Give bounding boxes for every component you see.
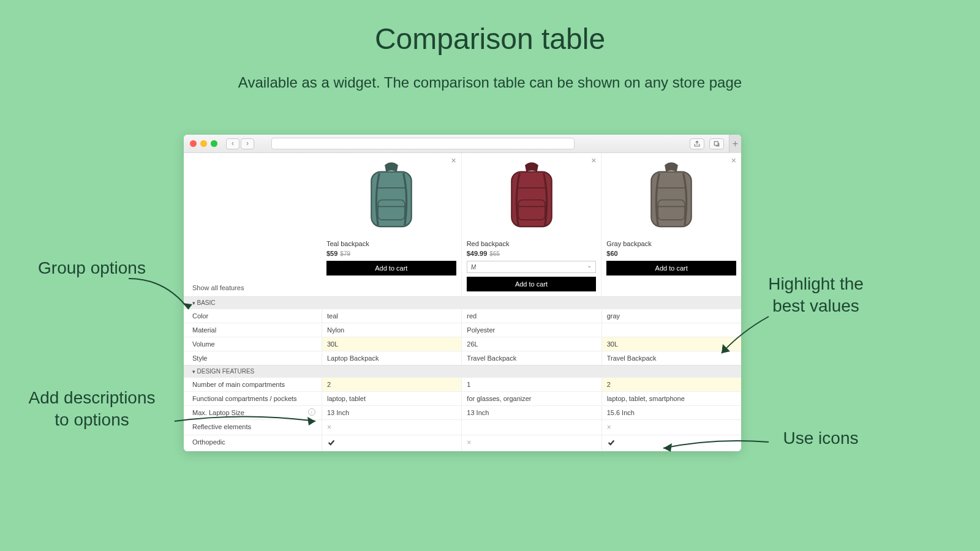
feature-value: 2 bbox=[322, 378, 461, 391]
feature-value: Laptop Backpack bbox=[322, 351, 461, 365]
product-price: $49.99$65 bbox=[467, 250, 597, 257]
product-image bbox=[326, 157, 456, 236]
page-title: Comparison table bbox=[0, 22, 980, 56]
remove-product-icon[interactable]: × bbox=[591, 156, 596, 165]
feature-value: teal bbox=[322, 309, 461, 323]
feature-row: Functional compartments / pocketslaptop,… bbox=[184, 391, 741, 405]
nav-buttons: ‹ › bbox=[226, 138, 254, 149]
x-icon: × bbox=[467, 438, 471, 447]
page-subtitle: Available as a widget. The comparison ta… bbox=[0, 74, 980, 91]
arrow-icon bbox=[172, 409, 325, 433]
product-price: $60 bbox=[606, 250, 736, 257]
feature-value: 30L bbox=[322, 337, 461, 351]
feature-label: Functional compartments / pockets bbox=[184, 392, 322, 405]
feature-row: Volume30L26L30L bbox=[184, 337, 741, 351]
size-select[interactable]: M bbox=[467, 261, 597, 273]
callout-use-icons: Use icons bbox=[772, 427, 870, 449]
svg-rect-3 bbox=[378, 200, 405, 220]
x-icon: × bbox=[327, 423, 331, 432]
feature-label: Style bbox=[184, 351, 322, 365]
feature-value: 13 Inch bbox=[461, 406, 601, 419]
feature-value: red bbox=[461, 309, 601, 323]
feature-value: laptop, tablet, smartphone bbox=[601, 392, 741, 405]
feature-label: Number of main compartments bbox=[184, 378, 322, 391]
add-to-cart-button[interactable]: Add to cart bbox=[326, 261, 456, 276]
address-bar[interactable] bbox=[271, 138, 575, 149]
feature-label: Orthopedic bbox=[184, 435, 322, 451]
svg-rect-13 bbox=[658, 200, 685, 220]
feature-row: Orthopedic× bbox=[184, 435, 741, 451]
svg-rect-0 bbox=[714, 141, 718, 145]
feature-value bbox=[461, 420, 601, 435]
feature-value: × bbox=[601, 420, 741, 435]
feature-group-header[interactable]: DESIGN FEATURES bbox=[184, 365, 741, 377]
check-icon bbox=[327, 441, 336, 448]
add-to-cart-button[interactable]: Add to cart bbox=[467, 277, 597, 291]
feature-row: MaterialNylonPolyester bbox=[184, 323, 741, 337]
arrow-icon bbox=[717, 313, 778, 362]
feature-value bbox=[322, 435, 461, 451]
feature-label: Volume bbox=[184, 337, 322, 351]
feature-value: for glasses, organizer bbox=[461, 392, 601, 405]
product-image bbox=[467, 157, 597, 236]
check-icon bbox=[607, 441, 616, 448]
svg-rect-8 bbox=[518, 200, 545, 220]
callout-add-descriptions: Add descriptions to options bbox=[12, 387, 172, 432]
feature-value: laptop, tablet bbox=[322, 392, 461, 405]
x-icon: × bbox=[607, 423, 611, 432]
feature-value: Nylon bbox=[322, 323, 461, 337]
feature-value: 15.6 Inch bbox=[601, 406, 741, 419]
feature-value: 26L bbox=[461, 337, 601, 351]
minimize-window-icon[interactable] bbox=[200, 140, 207, 147]
arrow-icon bbox=[658, 435, 775, 453]
share-icon[interactable] bbox=[690, 138, 704, 149]
product-name: Teal backpack bbox=[326, 240, 456, 247]
arrow-icon bbox=[123, 272, 202, 321]
feature-value: × bbox=[461, 435, 601, 451]
product-name: Red backpack bbox=[467, 240, 597, 247]
page-content: Show all features × Teal backpack $59$79… bbox=[184, 153, 741, 451]
feature-value: Travel Backpack bbox=[461, 351, 601, 365]
close-window-icon[interactable] bbox=[190, 140, 197, 147]
tabs-icon[interactable] bbox=[709, 138, 724, 149]
feature-row: Number of main compartments212 bbox=[184, 377, 741, 391]
window-controls bbox=[190, 140, 217, 147]
svg-marker-17 bbox=[307, 417, 315, 425]
feature-value: 13 Inch bbox=[322, 406, 461, 419]
add-to-cart-button[interactable]: Add to cart bbox=[606, 261, 736, 276]
product-card: × Red backpack $49.99$65 M Add to cart bbox=[461, 153, 601, 296]
product-card: × Teal backpack $59$79 Add to cart bbox=[322, 153, 461, 296]
product-name: Gray backpack bbox=[606, 240, 736, 247]
product-image bbox=[606, 157, 736, 236]
maximize-window-icon[interactable] bbox=[211, 140, 217, 147]
browser-window: ‹ › + Show all features × bbox=[184, 135, 741, 451]
product-card: × Gray backpack $60 Add to cart bbox=[601, 153, 741, 296]
feature-value: 1 bbox=[461, 378, 601, 391]
feature-label: Material bbox=[184, 323, 322, 337]
back-button[interactable]: ‹ bbox=[226, 138, 239, 149]
remove-product-icon[interactable]: × bbox=[731, 156, 736, 165]
remove-product-icon[interactable]: × bbox=[451, 156, 456, 165]
feature-label: Color bbox=[184, 309, 322, 323]
feature-group-header[interactable]: BASIC bbox=[184, 296, 741, 309]
forward-button[interactable]: › bbox=[241, 138, 254, 149]
svg-marker-19 bbox=[663, 443, 672, 452]
feature-row: StyleLaptop BackpackTravel BackpackTrave… bbox=[184, 351, 741, 365]
product-price: $59$79 bbox=[326, 250, 456, 257]
new-tab-button[interactable]: + bbox=[729, 135, 741, 153]
browser-chrome: ‹ › + bbox=[184, 135, 741, 153]
callout-highlight-best: Highlight the best values bbox=[755, 273, 877, 318]
feature-row: Colortealredgray bbox=[184, 309, 741, 323]
feature-value: Polyester bbox=[461, 323, 601, 337]
feature-value: × bbox=[322, 420, 461, 435]
feature-value: 2 bbox=[601, 378, 741, 391]
